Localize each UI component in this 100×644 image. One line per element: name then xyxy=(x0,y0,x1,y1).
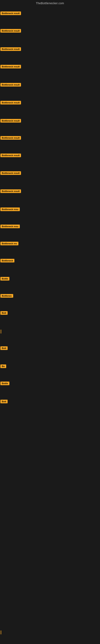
bottleneck-badge[interactable]: Bottleneck result xyxy=(0,171,21,175)
bottleneck-badge[interactable]: Bottleneck result xyxy=(0,154,21,157)
bottleneck-badge[interactable]: Bottleneck result xyxy=(0,136,21,140)
result-row: Bottleneck xyxy=(0,258,14,262)
result-row: Bo xyxy=(0,364,6,368)
result-row: Bott xyxy=(0,400,8,403)
bottleneck-badge[interactable]: Bottleneck result xyxy=(0,29,21,32)
result-row: Bottleneck result xyxy=(0,136,21,140)
result-row: Bottleneck resu xyxy=(0,207,20,211)
bottleneck-badge[interactable]: Bottle xyxy=(0,382,9,385)
bottleneck-badge[interactable]: Bottleneck result xyxy=(0,83,21,86)
result-row: Bottleneck result xyxy=(0,119,21,122)
bottleneck-badge[interactable]: Bottleneck resu xyxy=(0,224,20,228)
result-row: Bottleneck result xyxy=(0,153,21,157)
bottleneck-badge[interactable]: Bottleneck result xyxy=(0,65,21,68)
bottleneck-badge[interactable]: Bottleneck xyxy=(0,259,14,262)
result-row: Bottleneck resu xyxy=(0,224,20,228)
result-row: Bottleneck result xyxy=(0,83,21,86)
bottleneck-badge[interactable]: Bott xyxy=(0,346,8,350)
result-row: Bottlenec xyxy=(0,294,13,298)
bottleneck-badge[interactable]: Bottle xyxy=(0,277,9,280)
bottleneck-badge[interactable]: Bott xyxy=(0,400,8,403)
bottleneck-badge[interactable]: Bottleneck result xyxy=(0,47,21,51)
result-row: Bottle xyxy=(0,277,9,280)
result-row: Bottleneck res xyxy=(0,242,18,245)
bottleneck-badge[interactable]: Bottlenec xyxy=(0,294,13,298)
bottleneck-badge[interactable]: Bott xyxy=(0,311,8,315)
bottleneck-badge[interactable]: Bottleneck result xyxy=(0,12,21,15)
result-row: Bottleneck result xyxy=(0,11,21,15)
result-row: Bottleneck result xyxy=(0,189,21,193)
site-title: TheBottlenecker.com xyxy=(0,0,100,6)
cursor-indicator: | xyxy=(0,630,1,634)
bottleneck-badge[interactable]: Bottleneck result xyxy=(0,190,21,193)
bottleneck-badge[interactable]: Bo xyxy=(0,364,6,368)
result-row: Bott xyxy=(0,311,8,315)
cursor-indicator: | xyxy=(0,329,1,334)
result-row: Bottleneck result xyxy=(0,64,21,68)
bottleneck-badge[interactable]: Bottleneck result xyxy=(0,119,21,122)
result-row: Bottleneck result xyxy=(0,100,21,104)
result-row: Bottleneck result xyxy=(0,171,21,175)
result-row: Bott xyxy=(0,346,8,350)
bottleneck-badge[interactable]: Bottleneck res xyxy=(0,242,18,245)
result-row: Bottle xyxy=(0,381,9,385)
result-row: Bottleneck result xyxy=(0,47,21,51)
result-row: Bottleneck result xyxy=(0,29,21,32)
bottleneck-badge[interactable]: Bottleneck result xyxy=(0,101,21,104)
bottleneck-badge[interactable]: Bottleneck resu xyxy=(0,208,20,211)
